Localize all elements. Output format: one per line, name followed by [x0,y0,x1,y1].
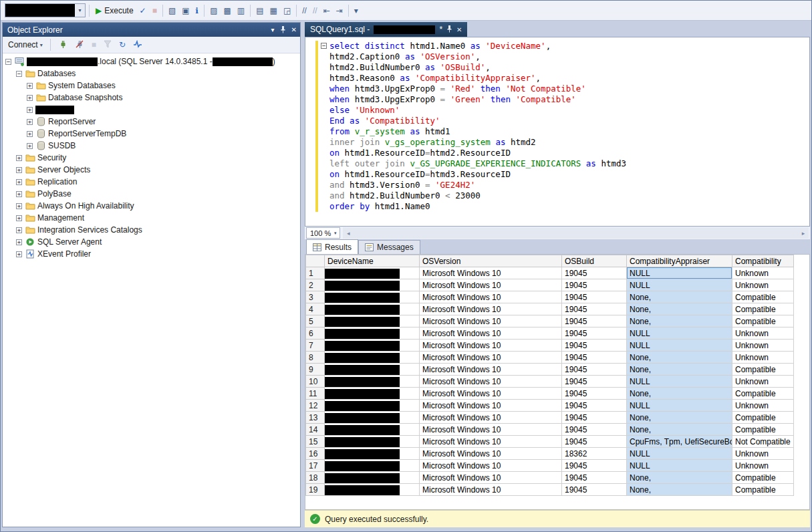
code-line[interactable]: order by htmd1.Name0 [321,201,626,212]
build-cell[interactable]: 19045 [562,424,627,436]
compat-cell[interactable]: Unknown [732,340,794,352]
tree-item[interactable]: +Integration Services Catalogs [3,224,300,236]
row-number-cell[interactable]: 5 [306,315,325,327]
build-cell[interactable]: 19045 [562,267,627,279]
appraiser-cell[interactable]: None, [627,424,732,436]
code-line[interactable]: left outer join v_GS_UPGRADE_EXPERIENCE_… [321,158,626,169]
code-line[interactable]: else 'Unknown' [321,105,626,116]
connect-button[interactable]: Connect▾ [6,38,45,51]
appraiser-cell[interactable]: NULL [627,267,732,279]
device-cell[interactable] [325,340,420,352]
os-cell[interactable]: Microsoft Windows 10 [420,424,562,436]
cancel-query-button[interactable]: ■ [150,3,160,18]
tree-item[interactable]: +ReportServer [3,116,300,128]
expand-icon[interactable]: + [16,227,22,233]
expand-icon[interactable]: + [27,119,33,125]
live-query-statistics-button[interactable]: ▩ [221,3,234,18]
appraiser-cell[interactable]: None, [627,484,732,496]
device-cell[interactable] [325,400,420,412]
tree-item[interactable]: +ReportServerTempDB [3,128,300,140]
build-cell[interactable]: 19045 [562,436,627,448]
build-cell[interactable]: 19045 [562,364,627,376]
expand-icon[interactable]: + [16,167,22,173]
row-number-cell[interactable]: 10 [306,376,325,388]
tree-item[interactable]: +PolyBase [3,188,300,200]
tree-item[interactable]: +Always On High Availability [3,200,300,212]
code-line[interactable]: when htmd3.UpgExProp0 = 'Green' then 'Co… [321,94,626,105]
device-cell[interactable] [325,315,420,327]
code-line[interactable]: −select distinct htmd1.Name0 as 'DeviceN… [321,41,626,51]
column-header[interactable]: OSBuild [562,255,627,267]
tree-item[interactable]: +SUSDB [3,140,300,152]
device-cell[interactable] [325,279,420,291]
include-actual-plan-button[interactable]: ▨ [207,3,220,18]
appraiser-cell[interactable]: None, [627,388,732,400]
device-cell[interactable] [325,291,420,303]
query-options-button[interactable]: ▣ [179,3,192,18]
pin-icon[interactable] [446,25,452,34]
os-cell[interactable]: Microsoft Windows 10 [420,279,562,291]
os-cell[interactable]: Microsoft Windows 10 [420,436,562,448]
collapse-outline-icon[interactable]: − [321,43,327,49]
code-line[interactable]: htmd3.Reason0 as 'CompatibilityAppraiser… [321,73,626,84]
collapse-icon[interactable]: − [5,59,11,65]
build-cell[interactable]: 19045 [562,303,627,315]
chevron-down-icon[interactable]: ▾ [331,231,340,236]
compat-cell[interactable]: Unknown [732,327,794,340]
expand-icon[interactable]: + [16,191,22,197]
device-cell[interactable] [325,327,420,340]
device-cell[interactable] [325,436,420,448]
tab-results[interactable]: Results [306,239,358,254]
zoom-level-combo[interactable]: 100 % ▾ [306,227,340,239]
compat-cell[interactable]: Compatible [732,364,794,376]
compat-cell[interactable]: Compatible [732,315,794,327]
compat-cell[interactable]: Unknown [732,267,794,279]
code-line[interactable]: htmd2.BuildNumber0 as 'OSBuild', [321,62,626,73]
compat-cell[interactable]: Compatible [732,484,794,496]
appraiser-cell[interactable]: None, [627,352,732,364]
increase-indent-button[interactable]: ⇥ [333,3,346,18]
compat-cell[interactable]: Unknown [732,448,794,460]
horizontal-scrollbar[interactable]: ◂ ▸ [343,227,809,239]
build-cell[interactable]: 19045 [562,376,627,388]
device-cell[interactable] [325,472,420,484]
expand-icon[interactable]: + [27,107,33,113]
appraiser-cell[interactable]: None, [627,303,732,315]
row-number-cell[interactable]: 11 [306,388,325,400]
device-cell[interactable] [325,352,420,364]
row-number-cell[interactable]: 3 [306,291,325,303]
uncomment-button[interactable]: // [310,3,320,18]
row-number-cell[interactable]: 12 [306,400,325,412]
decrease-indent-button[interactable]: ⇤ [321,3,333,18]
column-header[interactable]: DeviceName [325,255,420,267]
os-cell[interactable]: Microsoft Windows 10 [420,448,562,460]
os-cell[interactable]: Microsoft Windows 10 [420,376,562,388]
appraiser-cell[interactable]: None, [627,291,732,303]
expand-icon[interactable]: + [16,215,22,221]
column-header[interactable]: Compatibility [732,255,794,267]
os-cell[interactable]: Microsoft Windows 10 [420,327,562,340]
execute-button[interactable]: ▶Execute [93,3,136,18]
tree-item[interactable]: +SQL Server Agent [3,236,300,248]
refresh-button[interactable]: ↻ [117,38,128,51]
build-cell[interactable]: 19045 [562,472,627,484]
device-cell[interactable] [325,388,420,400]
code-line[interactable]: and htmd2.BuildNumber0 < 23000 [321,190,626,201]
row-number-cell[interactable]: 1 [306,267,325,279]
comment-button[interactable]: // [299,3,309,18]
build-cell[interactable]: 19045 [562,352,627,364]
os-cell[interactable]: Microsoft Windows 10 [420,412,562,424]
scroll-left-icon[interactable]: ◂ [343,230,354,237]
row-number-cell[interactable]: 15 [306,436,325,448]
compat-cell[interactable]: Compatible [732,472,794,484]
tree-item[interactable]: −Databases [3,68,300,80]
collapse-icon[interactable]: − [16,71,22,77]
code-line[interactable]: and htmd3.Version0 = 'GE24H2' [321,180,626,190]
tree-item[interactable]: +XEvent Profiler [3,248,300,260]
os-cell[interactable]: Microsoft Windows 10 [420,352,562,364]
row-number-cell[interactable]: 19 [306,484,325,496]
appraiser-cell[interactable]: None, [627,315,732,327]
row-number-cell[interactable]: 7 [306,340,325,352]
appraiser-cell[interactable]: None, [627,412,732,424]
os-cell[interactable]: Microsoft Windows 10 [420,388,562,400]
